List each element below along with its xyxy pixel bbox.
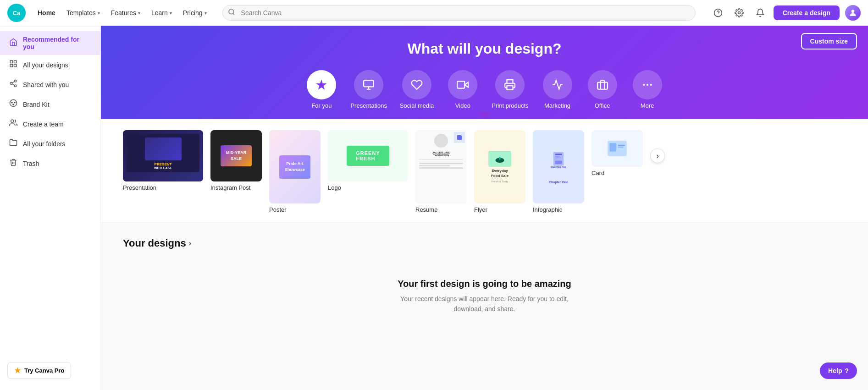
nav-home[interactable]: Home [33,6,60,19]
search-input[interactable] [222,5,696,21]
sidebar-item-brand-kit[interactable]: Brand Kit [0,94,100,114]
nav-pricing[interactable]: Pricing ▾ [178,6,211,19]
svg-point-14 [10,100,17,107]
help-icon-btn[interactable] [710,5,726,21]
help-button[interactable]: Help ? [820,363,857,379]
template-name: Poster [269,206,321,213]
create-design-button[interactable]: Create a design [774,5,840,20]
category-presentations[interactable]: Presentations [350,70,387,109]
sidebar-item-shared[interactable]: Shared with you [0,75,100,94]
svg-line-13 [12,82,14,83]
svg-point-18 [11,120,14,122]
your-designs-section: Your designs › Your first design is goin… [101,223,868,347]
svg-rect-7 [14,65,17,67]
nav-links: Home Templates ▾ Features ▾ Learn ▾ Pric… [33,6,211,19]
svg-rect-6 [14,60,17,63]
category-label: For you [311,102,332,109]
section-title-arrow: › [189,239,191,247]
sidebar-item-label: All your designs [23,61,68,69]
print-products-icon-wrap [495,70,525,99]
try-pro-button[interactable]: ★ Try Canva Pro [7,362,71,379]
category-social-media[interactable]: Social media [400,70,434,109]
empty-state-subtitle: Your recent designs will appear here. Re… [132,294,837,314]
sidebar-item-trash[interactable]: Trash [0,154,100,173]
svg-line-12 [12,84,14,85]
folder-icon [9,138,17,149]
template-card-resume[interactable]: JACQUELINETHOMPSON Resume [415,130,467,213]
section-title-your-designs[interactable]: Your designs › [123,237,191,249]
category-label: More [641,102,654,109]
nav-learn[interactable]: Learn ▾ [147,6,177,19]
template-card-logo[interactable]: GREENYFRESH Logo [328,130,408,191]
for-you-icon-wrap [307,70,336,99]
svg-rect-5 [10,60,12,63]
template-name: Resume [415,206,467,213]
search-bar [222,5,696,21]
template-card-instagram[interactable]: MID-YEARSALE Instagram Post [210,130,262,191]
svg-rect-19 [364,80,374,87]
avatar[interactable] [845,5,861,21]
settings-icon-btn[interactable] [731,5,747,21]
svg-rect-32 [555,160,562,164]
sidebar-item-create-team[interactable]: Create a team [0,114,100,134]
empty-state-title: Your first design is going to be amazing [132,279,837,289]
scroll-right-button[interactable]: › [650,148,665,163]
share-icon [9,79,17,90]
template-card-infographic[interactable]: CHAPTER ONE Chapter One Infographic [533,130,584,213]
sidebar-item-all-folders[interactable]: All your folders [0,134,100,154]
category-for-you[interactable]: For you [305,70,337,109]
template-card-presentation[interactable]: PRESENT WITH EASE Presentation [123,130,203,191]
more-icon-wrap [633,70,662,99]
social-media-icon-wrap [402,70,431,99]
category-marketing[interactable]: Marketing [542,70,574,109]
category-label: Social media [400,102,434,109]
template-card-flyer[interactable]: EverydayFood Sale Fresh & Tasty Flyer [474,130,525,213]
grid-icon [9,60,17,70]
nav-features[interactable]: Features ▾ [106,6,145,19]
category-video[interactable]: Video [447,70,479,109]
svg-point-0 [229,9,234,14]
custom-size-button[interactable]: Custom size [801,33,857,49]
chevron-down-icon: ▾ [205,11,207,16]
topnav-right: Create a design [710,5,861,21]
main-content: What will you design? Custom size For yo… [101,26,868,390]
topnav: Ca Home Templates ▾ Features ▾ Learn ▾ P… [0,0,868,26]
category-row: For you Presentations Social media [123,70,846,109]
sidebar-item-label: Brand Kit [23,101,50,108]
category-print-products[interactable]: Print products [492,70,528,109]
sidebar-item-recommended[interactable]: Recommended for you [0,31,100,55]
canva-logo[interactable]: Ca [7,4,26,22]
template-card-card[interactable]: Card [592,130,643,176]
app-body: Recommended for you All your designs Sha… [0,26,868,390]
category-more[interactable]: More [631,70,663,109]
sidebar-item-all-designs[interactable]: All your designs [0,55,100,75]
svg-rect-37 [618,147,624,148]
try-pro-label: Try Canva Pro [24,367,64,374]
svg-point-4 [851,10,855,13]
sidebar-item-label: Recommended for you [23,36,91,50]
template-name: Logo [328,184,408,191]
svg-point-17 [13,104,14,105]
template-strip: PRESENT WITH EASE Presentation MID-YEARS… [101,119,868,223]
chevron-down-icon: ▾ [138,11,140,16]
category-label: Print products [492,102,528,109]
svg-rect-29 [555,154,562,154]
palette-icon [9,99,17,110]
svg-point-11 [14,85,17,87]
svg-point-10 [10,82,12,85]
category-office[interactable]: Office [586,70,619,109]
svg-rect-36 [618,145,625,146]
sidebar-item-label: Trash [23,160,39,167]
template-name: Infographic [533,206,584,213]
svg-point-3 [738,12,740,14]
star-icon: ★ [14,366,21,375]
template-name: Presentation [123,184,203,191]
svg-point-26 [650,84,652,86]
template-card-poster[interactable]: Pride ArtShowcase Poster [269,130,321,213]
search-icon [228,8,235,17]
category-label: Office [595,102,610,109]
svg-marker-20 [465,82,469,88]
notifications-icon-btn[interactable] [752,5,768,21]
help-label: Help [828,367,842,374]
nav-templates[interactable]: Templates ▾ [62,6,105,19]
